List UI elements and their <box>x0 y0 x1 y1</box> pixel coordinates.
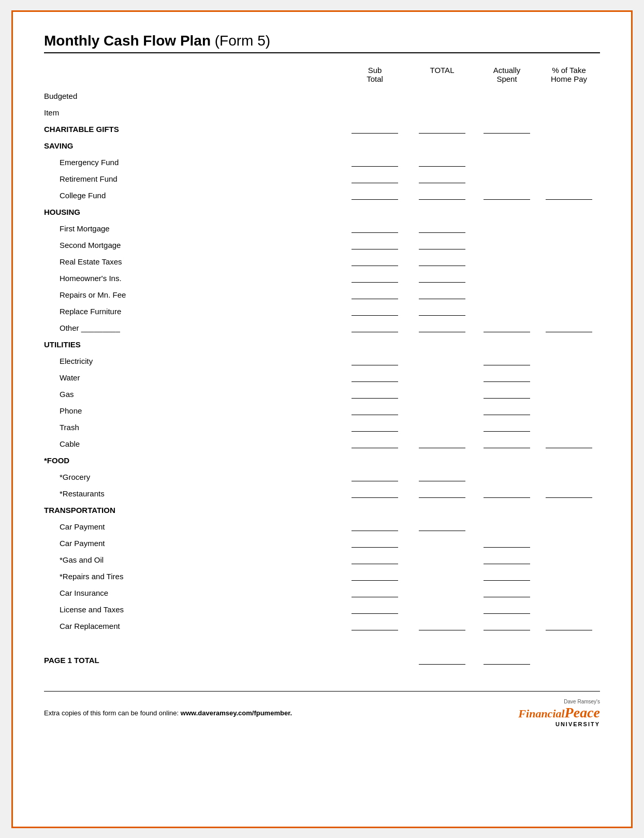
label-homeowners-ins: Homeowner's Ins. <box>44 274 341 283</box>
label-other: Other _________ <box>44 324 341 332</box>
row-water: Water <box>44 369 600 386</box>
column-headers: Sub Total TOTAL Actually Spent % of Take… <box>44 66 600 83</box>
label-item: Item <box>44 108 341 117</box>
label-electricity: Electricity <box>44 357 341 365</box>
row-food: *FOOD <box>44 452 600 468</box>
label-water: Water <box>44 373 341 382</box>
row-budgeted: Budgeted <box>44 87 600 104</box>
logo-brand: FinancialPeace <box>518 704 600 721</box>
label-car-replacement: Car Replacement <box>44 622 341 630</box>
row-restaurants: *Restaurants <box>44 485 600 502</box>
row-utilities: UTILITIES <box>44 336 600 352</box>
row-cable: Cable <box>44 435 600 452</box>
row-repairs-mn-fee: Repairs or Mn. Fee <box>44 286 600 303</box>
page: Monthly Cash Flow Plan (Form 5) Sub Tota… <box>11 10 633 828</box>
label-food: *FOOD <box>44 456 341 465</box>
page-title: Monthly Cash Flow Plan (Form 5) <box>44 33 600 49</box>
row-license-and-taxes: License and Taxes <box>44 601 600 618</box>
page-total-label: PAGE 1 TOTAL <box>44 656 341 665</box>
label-housing: HOUSING <box>44 208 341 216</box>
row-retirement-fund: Retirement Fund <box>44 170 600 187</box>
col-header-item <box>44 66 341 83</box>
footer-divider <box>44 691 600 692</box>
label-repairs-mn-fee: Repairs or Mn. Fee <box>44 290 341 299</box>
label-utilities: UTILITIES <box>44 340 341 349</box>
row-car-payment-1: Car Payment <box>44 518 600 535</box>
top-divider <box>44 52 600 53</box>
row-gas-and-oil: *Gas and Oil <box>44 551 600 568</box>
row-item: Item <box>44 104 600 121</box>
label-restaurants: *Restaurants <box>44 489 341 498</box>
logo-dave-label: Dave Ramsey's <box>564 699 600 704</box>
label-saving: SAVING <box>44 141 341 150</box>
logo-university: UNIVERSITY <box>555 721 600 727</box>
row-saving: SAVING <box>44 137 600 154</box>
label-car-payment-2: Car Payment <box>44 539 341 548</box>
row-first-mortgage: First Mortgage <box>44 220 600 237</box>
label-phone: Phone <box>44 406 341 415</box>
page-total-row: PAGE 1 TOTAL <box>44 650 600 670</box>
col-header-pct: % of Take Home Pay <box>538 66 600 83</box>
col-header-sub: Sub Total <box>341 66 408 83</box>
row-electricity: Electricity <box>44 352 600 369</box>
row-emergency-fund: Emergency Fund <box>44 154 600 170</box>
row-real-estate-taxes: Real Estate Taxes <box>44 253 600 270</box>
row-phone: Phone <box>44 402 600 419</box>
label-first-mortgage: First Mortgage <box>44 224 341 233</box>
row-car-replacement: Car Replacement <box>44 618 600 634</box>
label-real-estate-taxes: Real Estate Taxes <box>44 257 341 266</box>
label-gas-and-oil: *Gas and Oil <box>44 555 341 564</box>
label-second-mortgage: Second Mortgage <box>44 241 341 249</box>
label-car-payment-1: Car Payment <box>44 522 341 531</box>
label-transportation: TRANSPORTATION <box>44 506 341 514</box>
label-gas: Gas <box>44 390 341 399</box>
label-trash: Trash <box>44 423 341 432</box>
row-other: Other _________ <box>44 319 600 336</box>
rows-container: Budgeted Item CHARITABLE GIFTS SAVING Em… <box>44 87 600 634</box>
label-budgeted: Budgeted <box>44 92 341 100</box>
col-header-actually: Actually Spent <box>476 66 538 83</box>
label-grocery: *Grocery <box>44 473 341 481</box>
label-retirement-fund: Retirement Fund <box>44 174 341 183</box>
label-replace-furniture: Replace Furniture <box>44 307 341 316</box>
label-emergency-fund: Emergency Fund <box>44 158 341 167</box>
row-repairs-and-tires: *Repairs and Tires <box>44 568 600 584</box>
footer-text: Extra copies of this form can be found o… <box>44 709 292 717</box>
footer: Extra copies of this form can be found o… <box>44 699 600 727</box>
col-header-total: TOTAL <box>408 66 476 83</box>
row-housing: HOUSING <box>44 203 600 220</box>
row-homeowners-ins: Homeowner's Ins. <box>44 270 600 286</box>
row-transportation: TRANSPORTATION <box>44 502 600 518</box>
row-college-fund: College Fund <box>44 187 600 203</box>
row-replace-furniture: Replace Furniture <box>44 303 600 319</box>
row-second-mortgage: Second Mortgage <box>44 237 600 253</box>
logo-area: Dave Ramsey's FinancialPeace UNIVERSITY <box>518 699 600 727</box>
row-grocery: *Grocery <box>44 468 600 485</box>
label-repairs-and-tires: *Repairs and Tires <box>44 572 341 581</box>
label-college-fund: College Fund <box>44 191 341 200</box>
label-cable: Cable <box>44 439 341 448</box>
label-car-insurance: Car Insurance <box>44 589 341 597</box>
label-charitable-gifts: CHARITABLE GIFTS <box>44 125 341 134</box>
row-car-payment-2: Car Payment <box>44 535 600 551</box>
row-car-insurance: Car Insurance <box>44 584 600 601</box>
row-charitable-gifts: CHARITABLE GIFTS <box>44 121 600 137</box>
row-gas: Gas <box>44 386 600 402</box>
label-license-and-taxes: License and Taxes <box>44 605 341 614</box>
row-trash: Trash <box>44 419 600 435</box>
